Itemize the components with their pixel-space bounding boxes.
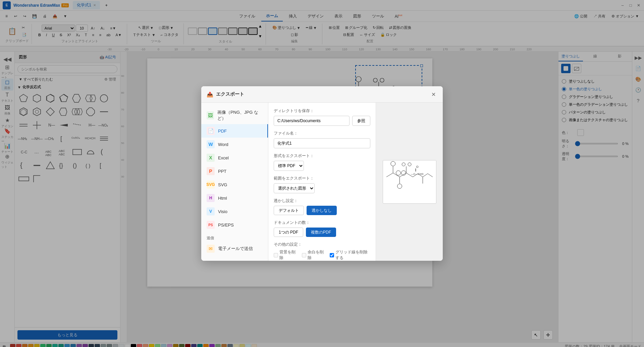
word-icon: W <box>207 140 215 148</box>
word-label: Word <box>218 142 228 147</box>
export-image-item[interactable]: 🖼 画像（PNG、JPG など） <box>201 107 268 124</box>
cb-grid-item: グリッド線を削除する <box>330 249 370 261</box>
excel-icon: X <box>207 154 215 162</box>
dir-row: ディレクトリを保存： 参照 <box>274 108 370 126</box>
filename-input[interactable] <box>274 138 370 148</box>
range-label: 範囲をエクスポート： <box>274 176 370 181</box>
export-svg-item[interactable]: SVG SVG <box>201 178 268 191</box>
doccount-btns: 1つの PDF 複数のPDF <box>274 228 370 237</box>
doccount-label: ドキュメントの数： <box>274 220 370 226</box>
other-label: その他の設定： <box>274 242 370 247</box>
modal-title-row: 📤 エクスポート <box>207 91 429 98</box>
excel-label: Excel <box>218 155 229 160</box>
send-section-label: 送信 <box>201 232 268 242</box>
svg-line-133 <box>423 174 428 177</box>
cb-bg-item: 背景を削除 <box>274 249 297 261</box>
svg-point-126 <box>397 184 402 188</box>
modal-title-icon: 📤 <box>207 91 213 98</box>
watermark-default-btn[interactable]: デフォルト <box>274 206 304 215</box>
export-pseps-item[interactable]: PS PS/EPS <box>201 218 268 232</box>
cb-margin-input[interactable] <box>302 253 306 257</box>
format-row: 形式をエクスポート： 標準 PDF <box>274 153 370 171</box>
export-modal: 📤 エクスポート ✕ 🖼 画像（PNG、JPG など） 📄 PDF W Word <box>201 86 443 261</box>
checkbox-row: 背景を削除 余白を削除 グリッド線を削除する <box>274 249 370 261</box>
pdf-icon: 📄 <box>207 127 215 135</box>
watermark-label: 透かし設定： <box>274 198 370 204</box>
modal-body: 🖼 画像（PNG、JPG など） 📄 PDF W Word X Excel P <box>201 103 443 261</box>
svg-line-117 <box>386 173 393 177</box>
range-select[interactable]: 選択された図形 <box>274 183 315 193</box>
svg-point-123 <box>396 170 400 175</box>
watermark-row: 透かし設定： デフォルト 透かしなし <box>274 198 370 215</box>
doccount-multi-btn[interactable]: 複数のPDF <box>306 228 336 237</box>
export-word-item[interactable]: W Word <box>201 138 268 151</box>
format-select[interactable]: 標準 PDF <box>274 161 304 171</box>
ppt-label: PPT <box>218 169 226 174</box>
export-html-item[interactable]: H Html <box>201 191 268 205</box>
pseps-icon: PS <box>207 221 215 229</box>
modal-form-content: ディレクトリを保存： 参照 ファイル名： 形式をエクスポート： 標準 PDF <box>268 103 376 261</box>
doccount-row: ドキュメントの数： 1つの PDF 複数のPDF <box>274 220 370 237</box>
cb-bg-input[interactable] <box>274 253 278 257</box>
image-icon: 🖼 <box>207 111 214 119</box>
ppt-icon: P <box>207 167 215 175</box>
cb-margin-label: 余白を削除 <box>308 249 325 261</box>
preview-box: O ‖ —C—CH3 <box>383 160 436 204</box>
svg-text:‖: ‖ <box>415 168 416 171</box>
pseps-label: PS/EPS <box>218 222 234 228</box>
svg-icon: SVG <box>207 181 215 189</box>
svg-text:O: O <box>416 165 418 168</box>
watermark-none-btn[interactable]: 透かしなし <box>307 206 337 215</box>
visio-label: Visio <box>218 209 227 214</box>
format-label: 形式をエクスポート： <box>274 153 370 159</box>
export-excel-item[interactable]: X Excel <box>201 151 268 164</box>
dir-input[interactable] <box>274 116 350 126</box>
range-row: 範囲をエクスポート： 選択された図形 <box>274 176 370 193</box>
cb-margin-item: 余白を削除 <box>302 249 325 261</box>
modal-overlay[interactable]: 📤 エクスポート ✕ 🖼 画像（PNG、JPG など） 📄 PDF W Word <box>0 0 644 347</box>
image-label: 画像（PNG、JPG など） <box>217 109 263 121</box>
svg-label: SVG <box>218 182 227 187</box>
svg-point-122 <box>390 161 395 166</box>
svg-line-134 <box>428 174 433 177</box>
cb-grid-label: グリッド線を削除する <box>335 249 370 261</box>
watermark-btns: デフォルト 透かしなし <box>274 206 370 215</box>
email-icon: ✉ <box>207 245 215 253</box>
email-label: 電子メールで送信 <box>218 246 253 252</box>
export-ppt-item[interactable]: P PPT <box>201 164 268 178</box>
dir-path-row: 参照 <box>274 116 370 126</box>
filename-row: ファイル名： <box>274 131 370 148</box>
svg-line-118 <box>393 173 399 177</box>
preview-molecule: O ‖ —C—CH3 <box>383 160 436 203</box>
dir-label: ディレクトリを保存： <box>274 108 370 114</box>
modal-header: 📤 エクスポート ✕ <box>201 86 443 103</box>
cb-grid-input[interactable] <box>330 253 334 257</box>
filename-label: ファイル名： <box>274 131 370 136</box>
svg-point-129 <box>402 162 405 166</box>
svg-point-128 <box>408 162 411 166</box>
cb-bg-label: 背景を削除 <box>279 249 297 261</box>
pdf-label: PDF <box>218 129 227 134</box>
visio-icon: V <box>207 207 215 215</box>
export-pdf-item[interactable]: 📄 PDF <box>201 124 268 138</box>
modal-close-btn[interactable]: ✕ <box>429 90 437 98</box>
svg-text:—C—CH3: —C—CH3 <box>411 172 423 176</box>
html-label: Html <box>218 196 227 201</box>
doccount-one-btn[interactable]: 1つの PDF <box>274 228 303 237</box>
modal-preview: O ‖ —C—CH3 <box>376 103 443 261</box>
export-email-item[interactable]: ✉ 電子メールで送信 <box>201 242 268 255</box>
export-visio-item[interactable]: V Visio <box>201 205 268 218</box>
browse-btn[interactable]: 参照 <box>352 116 370 126</box>
modal-sidebar: 🖼 画像（PNG、JPG など） 📄 PDF W Word X Excel P <box>201 103 268 261</box>
html-icon: H <box>207 194 215 202</box>
other-settings-row: その他の設定： 背景を削除 余白を削除 グリッド線を削除する <box>274 242 370 261</box>
modal-title-text: エクスポート <box>216 91 244 97</box>
